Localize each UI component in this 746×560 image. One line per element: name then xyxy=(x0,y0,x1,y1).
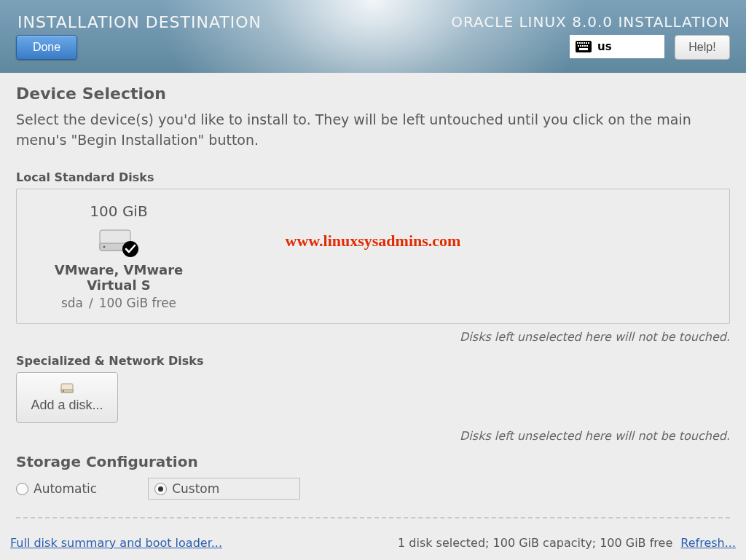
device-selection-description: Select the device(s) you'd like to insta… xyxy=(16,110,730,150)
svg-rect-8 xyxy=(580,45,581,47)
storage-config-heading: Storage Configuration xyxy=(16,453,730,470)
svg-rect-2 xyxy=(579,42,581,44)
svg-rect-6 xyxy=(588,42,589,44)
svg-rect-10 xyxy=(584,45,586,47)
help-button[interactable]: Help! xyxy=(675,35,730,60)
keyboard-layout-indicator[interactable]: us xyxy=(570,35,664,58)
hard-disk-icon xyxy=(95,226,142,258)
svg-point-15 xyxy=(103,246,106,248)
svg-rect-12 xyxy=(579,48,588,50)
local-disks-hint: Disks left unselected here will not be t… xyxy=(16,330,730,344)
disk-dev: sda xyxy=(61,296,83,310)
radio-icon xyxy=(16,483,28,495)
local-disks-heading: Local Standard Disks xyxy=(16,170,730,184)
device-selection-heading: Device Selection xyxy=(16,84,730,103)
add-disk-label: Add a disk... xyxy=(31,398,103,413)
disk-add-icon xyxy=(60,383,74,395)
page-title: INSTALLATION DESTINATION xyxy=(17,13,262,31)
footer: Full disk summary and boot loader... 1 d… xyxy=(0,536,746,550)
local-disks-container: 100 GiB VMware, VMware Virtual S sda/100… xyxy=(16,189,730,324)
footer-status: 1 disk selected; 100 GiB capacity; 100 G… xyxy=(398,536,736,550)
radio-automatic-label: Automatic xyxy=(34,481,97,496)
done-button[interactable]: Done xyxy=(16,35,77,60)
svg-point-19 xyxy=(63,390,64,392)
keyboard-layout-text: us xyxy=(597,40,612,53)
network-disks-heading: Specialized & Network Disks xyxy=(16,354,730,368)
svg-rect-5 xyxy=(586,42,587,44)
refresh-link[interactable]: Refresh... xyxy=(680,536,736,550)
storage-config-options: Automatic Custom xyxy=(16,478,730,500)
footer-status-text: 1 disk selected; 100 GiB capacity; 100 G… xyxy=(398,536,672,550)
keyboard-icon xyxy=(576,41,592,52)
network-disks-hint: Disks left unselected here will not be t… xyxy=(16,429,730,443)
header-banner: INSTALLATION DESTINATION ORACLE LINUX 8.… xyxy=(0,0,746,73)
svg-rect-3 xyxy=(581,42,583,44)
disk-size: 100 GiB xyxy=(31,202,206,220)
disk-summary-link[interactable]: Full disk summary and boot loader... xyxy=(10,536,222,550)
radio-automatic[interactable]: Automatic xyxy=(16,481,97,496)
svg-rect-4 xyxy=(584,42,585,44)
svg-rect-9 xyxy=(582,45,584,47)
svg-rect-11 xyxy=(586,45,588,47)
disk-subtext: sda/100 GiB free xyxy=(31,296,206,310)
svg-rect-1 xyxy=(577,42,578,44)
distro-title: ORACLE LINUX 8.0.0 INSTALLATION xyxy=(451,13,730,31)
separator xyxy=(16,517,730,518)
disk-free: 100 GiB free xyxy=(99,296,176,310)
disk-name: VMware, VMware Virtual S xyxy=(31,262,206,293)
radio-custom-label: Custom xyxy=(172,481,219,496)
disk-item[interactable]: 100 GiB VMware, VMware Virtual S sda/100… xyxy=(31,202,206,310)
svg-rect-7 xyxy=(578,45,579,47)
add-disk-button[interactable]: Add a disk... xyxy=(16,372,118,423)
radio-icon xyxy=(154,483,167,495)
radio-custom[interactable]: Custom xyxy=(148,478,300,500)
